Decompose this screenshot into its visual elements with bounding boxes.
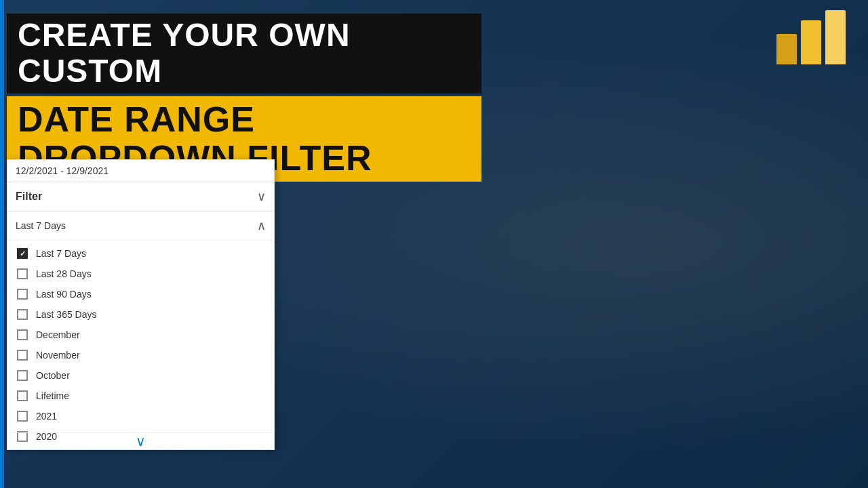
checkbox[interactable]: [17, 309, 28, 320]
dropdown-chevron-up-icon: ∧: [257, 218, 266, 233]
option-label: November: [36, 350, 80, 361]
scroll-down-icon: ∨: [136, 433, 146, 449]
list-item[interactable]: December: [7, 325, 274, 345]
option-label: Last 90 Days: [36, 289, 92, 300]
date-range-bar: 12/2/2021 - 12/9/2021: [7, 160, 274, 182]
checkbox[interactable]: [17, 268, 28, 279]
blue-edge-accent: [0, 0, 4, 488]
list-item[interactable]: Last 7 Days: [7, 243, 274, 264]
checkbox[interactable]: [17, 411, 28, 422]
options-list: Last 7 DaysLast 28 DaysLast 90 DaysLast …: [7, 241, 274, 449]
option-label: 2021: [36, 411, 57, 422]
option-label: Last 28 Days: [36, 268, 92, 279]
list-item[interactable]: Lifetime: [7, 386, 274, 406]
filter-panel: 12/2/2021 - 12/9/2021 Filter ∨ Last 7 Da…: [7, 159, 275, 450]
option-label: October: [36, 370, 70, 381]
checkbox[interactable]: [17, 248, 28, 259]
powerbi-logo: [776, 10, 858, 92]
list-item[interactable]: Last 28 Days: [7, 264, 274, 284]
title-line1: CREATE YOUR OWN CUSTOM: [7, 14, 481, 94]
option-label: Lifetime: [36, 390, 69, 401]
bar-chart-bar3: [825, 10, 846, 64]
list-item[interactable]: 2021: [7, 406, 274, 426]
checkbox[interactable]: [17, 390, 28, 401]
list-item[interactable]: Last 90 Days: [7, 284, 274, 304]
scroll-hint[interactable]: ∨: [7, 432, 274, 449]
list-item[interactable]: Last 365 Days: [7, 304, 274, 325]
date-range-text: 12/2/2021 - 12/9/2021: [16, 165, 108, 176]
bar-chart-bar1: [776, 34, 797, 64]
list-item[interactable]: November: [7, 345, 274, 365]
dropdown-header[interactable]: Last 7 Days ∧: [7, 211, 274, 241]
filter-header-label: Filter: [16, 190, 42, 203]
list-item[interactable]: October: [7, 365, 274, 386]
dropdown-selected-label: Last 7 Days: [16, 220, 66, 231]
checkbox[interactable]: [17, 329, 28, 340]
checkbox[interactable]: [17, 289, 28, 300]
checkbox[interactable]: [17, 370, 28, 381]
checkbox[interactable]: [17, 350, 28, 361]
option-label: December: [36, 329, 80, 340]
title-area: CREATE YOUR OWN CUSTOM DATE RANGE DROPDO…: [7, 14, 481, 182]
option-label: Last 7 Days: [36, 248, 86, 259]
option-label: Last 365 Days: [36, 309, 97, 320]
filter-chevron-down-icon: ∨: [257, 189, 266, 204]
bar-chart-bar2: [801, 20, 821, 64]
filter-header[interactable]: Filter ∨: [7, 182, 274, 211]
